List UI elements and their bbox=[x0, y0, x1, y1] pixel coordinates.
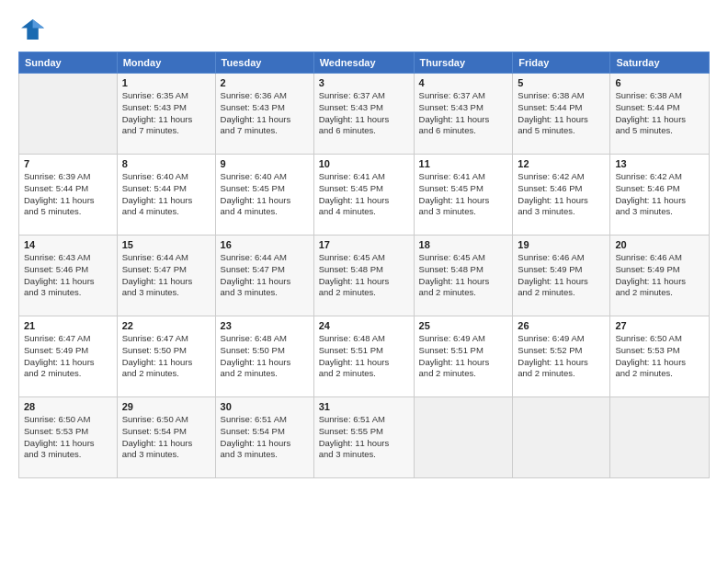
day-number: 25 bbox=[419, 320, 508, 331]
day-number: 17 bbox=[319, 239, 409, 250]
day-cell: 29Sunrise: 6:50 AM Sunset: 5:54 PM Dayli… bbox=[117, 397, 215, 478]
day-number: 7 bbox=[24, 158, 112, 169]
day-cell: 14Sunrise: 6:43 AM Sunset: 5:46 PM Dayli… bbox=[19, 236, 118, 316]
day-info: Sunrise: 6:48 AM Sunset: 5:51 PM Dayligh… bbox=[319, 333, 409, 380]
day-cell: 17Sunrise: 6:45 AM Sunset: 5:48 PM Dayli… bbox=[313, 236, 414, 316]
day-info: Sunrise: 6:47 AM Sunset: 5:49 PM Dayligh… bbox=[24, 333, 112, 380]
day-info: Sunrise: 6:38 AM Sunset: 5:44 PM Dayligh… bbox=[615, 90, 704, 137]
day-number: 1 bbox=[122, 77, 210, 88]
day-cell: 6Sunrise: 6:38 AM Sunset: 5:44 PM Daylig… bbox=[610, 74, 710, 155]
day-number: 24 bbox=[319, 320, 409, 331]
day-info: Sunrise: 6:44 AM Sunset: 5:47 PM Dayligh… bbox=[221, 252, 309, 299]
calendar: SundayMondayTuesdayWednesdayThursdayFrid… bbox=[18, 52, 710, 478]
week-row-1: 7Sunrise: 6:39 AM Sunset: 5:44 PM Daylig… bbox=[19, 155, 710, 236]
day-info: Sunrise: 6:49 AM Sunset: 5:51 PM Dayligh… bbox=[419, 333, 508, 380]
weekday-header-sunday: Sunday bbox=[19, 52, 118, 74]
day-number: 23 bbox=[221, 320, 309, 331]
weekday-header-monday: Monday bbox=[117, 52, 215, 74]
day-info: Sunrise: 6:40 AM Sunset: 5:45 PM Dayligh… bbox=[221, 171, 309, 218]
calendar-header: SundayMondayTuesdayWednesdayThursdayFrid… bbox=[19, 52, 710, 74]
week-row-2: 14Sunrise: 6:43 AM Sunset: 5:46 PM Dayli… bbox=[19, 236, 710, 316]
day-cell: 2Sunrise: 6:36 AM Sunset: 5:43 PM Daylig… bbox=[215, 74, 313, 155]
day-cell: 3Sunrise: 6:37 AM Sunset: 5:43 PM Daylig… bbox=[313, 74, 414, 155]
day-number: 15 bbox=[122, 239, 210, 250]
weekday-header-friday: Friday bbox=[513, 52, 610, 74]
day-number: 5 bbox=[518, 77, 605, 88]
day-info: Sunrise: 6:48 AM Sunset: 5:50 PM Dayligh… bbox=[221, 333, 309, 380]
day-info: Sunrise: 6:39 AM Sunset: 5:44 PM Dayligh… bbox=[24, 171, 112, 218]
day-info: Sunrise: 6:45 AM Sunset: 5:48 PM Dayligh… bbox=[319, 252, 409, 299]
day-cell bbox=[513, 397, 610, 478]
day-cell: 20Sunrise: 6:46 AM Sunset: 5:49 PM Dayli… bbox=[610, 236, 710, 316]
day-number: 10 bbox=[319, 158, 409, 169]
day-number: 12 bbox=[518, 158, 605, 169]
day-info: Sunrise: 6:51 AM Sunset: 5:55 PM Dayligh… bbox=[319, 414, 409, 461]
day-info: Sunrise: 6:50 AM Sunset: 5:53 PM Dayligh… bbox=[24, 414, 112, 461]
day-info: Sunrise: 6:44 AM Sunset: 5:47 PM Dayligh… bbox=[122, 252, 210, 299]
weekday-header-wednesday: Wednesday bbox=[313, 52, 414, 74]
day-cell bbox=[610, 397, 710, 478]
day-cell: 11Sunrise: 6:41 AM Sunset: 5:45 PM Dayli… bbox=[414, 155, 513, 236]
day-cell: 25Sunrise: 6:49 AM Sunset: 5:51 PM Dayli… bbox=[414, 316, 513, 397]
day-cell: 27Sunrise: 6:50 AM Sunset: 5:53 PM Dayli… bbox=[610, 316, 710, 397]
day-number: 19 bbox=[518, 239, 605, 250]
day-cell bbox=[19, 74, 118, 155]
day-cell: 7Sunrise: 6:39 AM Sunset: 5:44 PM Daylig… bbox=[19, 155, 118, 236]
svg-marker-1 bbox=[33, 19, 44, 28]
day-number: 16 bbox=[221, 239, 309, 250]
day-number: 8 bbox=[122, 158, 210, 169]
day-info: Sunrise: 6:40 AM Sunset: 5:44 PM Dayligh… bbox=[122, 171, 210, 218]
day-number: 18 bbox=[419, 239, 508, 250]
week-row-3: 21Sunrise: 6:47 AM Sunset: 5:49 PM Dayli… bbox=[19, 316, 710, 397]
day-number: 29 bbox=[122, 401, 210, 412]
day-info: Sunrise: 6:43 AM Sunset: 5:46 PM Dayligh… bbox=[24, 252, 112, 299]
day-cell: 1Sunrise: 6:35 AM Sunset: 5:43 PM Daylig… bbox=[117, 74, 215, 155]
day-number: 22 bbox=[122, 320, 210, 331]
weekday-header-saturday: Saturday bbox=[610, 52, 710, 74]
day-cell: 12Sunrise: 6:42 AM Sunset: 5:46 PM Dayli… bbox=[513, 155, 610, 236]
week-row-4: 28Sunrise: 6:50 AM Sunset: 5:53 PM Dayli… bbox=[19, 397, 710, 478]
day-number: 13 bbox=[615, 158, 704, 169]
day-number: 31 bbox=[319, 401, 409, 412]
page: SundayMondayTuesdayWednesdayThursdayFrid… bbox=[0, 0, 728, 563]
day-cell: 18Sunrise: 6:45 AM Sunset: 5:48 PM Dayli… bbox=[414, 236, 513, 316]
logo bbox=[18, 17, 48, 42]
day-number: 3 bbox=[319, 77, 409, 88]
day-info: Sunrise: 6:51 AM Sunset: 5:54 PM Dayligh… bbox=[221, 414, 309, 461]
day-number: 20 bbox=[615, 239, 704, 250]
day-info: Sunrise: 6:45 AM Sunset: 5:48 PM Dayligh… bbox=[419, 252, 508, 299]
day-cell: 24Sunrise: 6:48 AM Sunset: 5:51 PM Dayli… bbox=[313, 316, 414, 397]
day-info: Sunrise: 6:42 AM Sunset: 5:46 PM Dayligh… bbox=[615, 171, 704, 218]
day-cell: 22Sunrise: 6:47 AM Sunset: 5:50 PM Dayli… bbox=[117, 316, 215, 397]
day-info: Sunrise: 6:50 AM Sunset: 5:54 PM Dayligh… bbox=[122, 414, 210, 461]
day-number: 30 bbox=[221, 401, 309, 412]
day-number: 11 bbox=[419, 158, 508, 169]
day-info: Sunrise: 6:38 AM Sunset: 5:44 PM Dayligh… bbox=[518, 90, 605, 137]
day-info: Sunrise: 6:46 AM Sunset: 5:49 PM Dayligh… bbox=[615, 252, 704, 299]
day-cell: 23Sunrise: 6:48 AM Sunset: 5:50 PM Dayli… bbox=[215, 316, 313, 397]
day-number: 26 bbox=[518, 320, 605, 331]
day-cell: 30Sunrise: 6:51 AM Sunset: 5:54 PM Dayli… bbox=[215, 397, 313, 478]
day-info: Sunrise: 6:41 AM Sunset: 5:45 PM Dayligh… bbox=[319, 171, 409, 218]
weekday-row: SundayMondayTuesdayWednesdayThursdayFrid… bbox=[19, 52, 710, 74]
day-info: Sunrise: 6:37 AM Sunset: 5:43 PM Dayligh… bbox=[419, 90, 508, 137]
day-cell: 28Sunrise: 6:50 AM Sunset: 5:53 PM Dayli… bbox=[19, 397, 118, 478]
day-number: 27 bbox=[615, 320, 704, 331]
day-info: Sunrise: 6:41 AM Sunset: 5:45 PM Dayligh… bbox=[419, 171, 508, 218]
day-number: 28 bbox=[24, 401, 112, 412]
day-cell: 31Sunrise: 6:51 AM Sunset: 5:55 PM Dayli… bbox=[313, 397, 414, 478]
day-info: Sunrise: 6:35 AM Sunset: 5:43 PM Dayligh… bbox=[122, 90, 210, 137]
day-cell: 10Sunrise: 6:41 AM Sunset: 5:45 PM Dayli… bbox=[313, 155, 414, 236]
day-cell: 26Sunrise: 6:49 AM Sunset: 5:52 PM Dayli… bbox=[513, 316, 610, 397]
day-number: 9 bbox=[221, 158, 309, 169]
header bbox=[18, 17, 710, 42]
day-cell: 15Sunrise: 6:44 AM Sunset: 5:47 PM Dayli… bbox=[117, 236, 215, 316]
day-cell: 21Sunrise: 6:47 AM Sunset: 5:49 PM Dayli… bbox=[19, 316, 118, 397]
day-info: Sunrise: 6:42 AM Sunset: 5:46 PM Dayligh… bbox=[518, 171, 605, 218]
day-cell: 5Sunrise: 6:38 AM Sunset: 5:44 PM Daylig… bbox=[513, 74, 610, 155]
day-cell: 9Sunrise: 6:40 AM Sunset: 5:45 PM Daylig… bbox=[215, 155, 313, 236]
day-info: Sunrise: 6:37 AM Sunset: 5:43 PM Dayligh… bbox=[319, 90, 409, 137]
logo-icon bbox=[18, 17, 44, 42]
day-number: 2 bbox=[221, 77, 309, 88]
week-row-0: 1Sunrise: 6:35 AM Sunset: 5:43 PM Daylig… bbox=[19, 74, 710, 155]
